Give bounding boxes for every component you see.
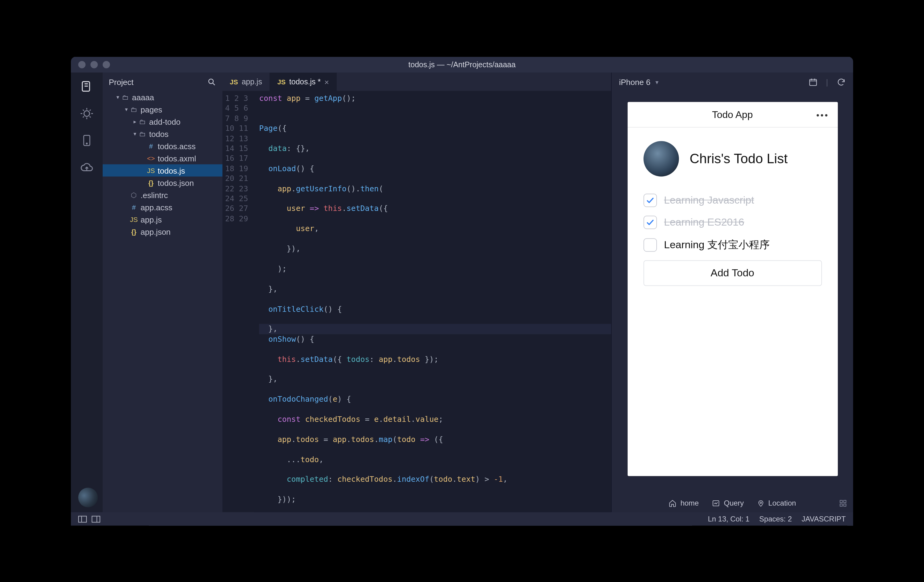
footer-location[interactable]: Location — [757, 499, 796, 507]
tree-label: app.acss — [140, 202, 172, 212]
more-icon[interactable]: ••• — [817, 109, 829, 119]
status-bar: Ln 13, Col: 1 Spaces: 2 JAVASCRIPT — [71, 512, 853, 526]
toggle-left-panel-icon[interactable] — [78, 515, 87, 522]
footer-location-label: Location — [768, 499, 796, 507]
activity-bar — [71, 73, 103, 512]
line-gutter: 1 2 3 4 5 6 7 8 9 10 11 12 13 14 15 16 1… — [223, 91, 254, 512]
simulator-header: iPhone 6 ▾ | — [612, 73, 853, 91]
todo-label: Learning ES2016 — [664, 216, 744, 228]
tab-todos-js[interactable]: JStodos.js *× — [270, 73, 337, 91]
tree-row-todos-js[interactable]: JStodos.js — [103, 164, 223, 176]
status-left — [78, 515, 100, 522]
todo-row[interactable]: Learning ES2016 — [643, 215, 822, 229]
phone-frame: Todo App ••• Chris's Todo List Learning … — [627, 102, 838, 476]
js-file-icon: JS — [277, 78, 286, 85]
simulator-footer: home Query Location — [612, 494, 853, 512]
svg-point-7 — [760, 502, 762, 503]
tree-label: app.json — [140, 227, 170, 236]
file-tree: ▾🗀aaaaa▾🗀pages▸🗀add-todo▾🗀todos#todos.ac… — [103, 91, 223, 512]
footer-query-label: Query — [724, 499, 744, 507]
reload-icon[interactable] — [837, 77, 846, 86]
sidebar: Project ▾🗀aaaaa▾🗀pages▸🗀add-todo▾🗀todos#… — [103, 73, 223, 512]
tab-label: todos.js * — [289, 77, 321, 86]
tree-label: pages — [140, 104, 162, 114]
tree-label: app.js — [140, 215, 162, 224]
simulator-panel: iPhone 6 ▾ | Todo App ••• — [611, 73, 853, 512]
todo-label: Learning Javascript — [664, 194, 754, 206]
debug-icon[interactable] — [80, 107, 94, 120]
tree-row-todos-acss[interactable]: #todos.acss — [103, 140, 223, 152]
app-body: Chris's Todo List Learning JavascriptLea… — [627, 127, 838, 476]
device-selector[interactable]: iPhone 6 ▾ — [619, 77, 658, 86]
tree-label: todos.axml — [158, 154, 196, 163]
tree-row-todos-axml[interactable]: <>todos.axml — [103, 152, 223, 164]
close-tab-icon[interactable]: × — [324, 77, 329, 86]
todo-row[interactable]: Learning 支付宝小程序 — [643, 238, 822, 251]
user-avatar-icon[interactable] — [78, 488, 98, 507]
app-window: todos.js — ~/AntProjects/aaaaa Project — [71, 56, 853, 526]
search-icon[interactable] — [207, 77, 216, 86]
cloud-upload-icon[interactable] — [80, 160, 94, 174]
svg-rect-6 — [713, 500, 719, 505]
tree-label: add-todo — [149, 117, 181, 126]
simulator-stage: Todo App ••• Chris's Todo List Learning … — [612, 91, 853, 494]
toggle-right-panel-icon[interactable] — [92, 515, 100, 522]
tree-row-app-acss[interactable]: #app.acss — [103, 201, 223, 213]
svg-point-3 — [86, 143, 87, 144]
todo-list: Learning JavascriptLearning ES2016Learni… — [643, 193, 822, 251]
footer-home-label: home — [680, 499, 699, 507]
checkbox-icon[interactable] — [643, 193, 657, 207]
footer-home[interactable]: home — [669, 499, 699, 507]
tree-label: todos.json — [158, 178, 194, 187]
svg-rect-10 — [840, 503, 842, 506]
window-title: todos.js — ~/AntProjects/aaaaa — [71, 60, 853, 69]
tab-label: app.js — [242, 77, 262, 86]
svg-rect-11 — [844, 503, 846, 506]
titlebar: todos.js — ~/AntProjects/aaaaa — [71, 56, 853, 73]
add-todo-button[interactable]: Add Todo — [643, 260, 822, 286]
add-todo-label: Add Todo — [710, 267, 754, 279]
calendar-icon[interactable] — [808, 77, 817, 86]
svg-point-1 — [84, 111, 89, 116]
device-name: iPhone 6 — [619, 77, 650, 86]
checkbox-icon[interactable] — [643, 215, 657, 229]
grid-icon[interactable] — [839, 499, 847, 507]
cursor-position[interactable]: Ln 13, Col: 1 — [708, 514, 749, 523]
svg-rect-5 — [809, 79, 817, 85]
tree-row-app-js[interactable]: JSapp.js — [103, 213, 223, 225]
tree-label: todos.acss — [158, 141, 196, 150]
editor-tabs: JSapp.jsJStodos.js *× — [223, 73, 611, 91]
tree-row-add-todo[interactable]: ▸🗀add-todo — [103, 115, 223, 127]
explorer-icon[interactable] — [80, 80, 94, 93]
editor-column: JSapp.jsJStodos.js *× 1 2 3 4 5 6 7 8 9 … — [223, 73, 611, 512]
footer-query[interactable]: Query — [712, 499, 744, 507]
tab-app-js[interactable]: JSapp.js — [223, 73, 270, 91]
tree-label: .eslintrc — [140, 190, 168, 199]
tree-row-todos-json[interactable]: {}todos.json — [103, 176, 223, 188]
user-avatar — [643, 141, 679, 176]
indent-info[interactable]: Spaces: 2 — [759, 514, 792, 523]
tree-row-todos[interactable]: ▾🗀todos — [103, 127, 223, 140]
tree-row-pages[interactable]: ▾🗀pages — [103, 103, 223, 115]
app-title: Todo App — [712, 109, 752, 120]
tree-label: todos — [149, 129, 169, 138]
language-mode[interactable]: JAVASCRIPT — [802, 514, 846, 523]
todo-row[interactable]: Learning Javascript — [643, 193, 822, 207]
sidebar-title: Project — [109, 77, 134, 86]
tree-row-aaaaa[interactable]: ▾🗀aaaaa — [103, 91, 223, 103]
chevron-down-icon: ▾ — [655, 78, 658, 85]
tree-row-app-json[interactable]: {}app.json — [103, 225, 223, 238]
checkbox-icon[interactable] — [643, 238, 657, 251]
tree-row--eslintrc[interactable]: ⬡.eslintrc — [103, 188, 223, 201]
svg-rect-9 — [844, 500, 846, 502]
editor[interactable]: 1 2 3 4 5 6 7 8 9 10 11 12 13 14 15 16 1… — [223, 91, 611, 512]
device-icon[interactable] — [80, 134, 94, 147]
code-area[interactable]: const app = getApp(); Page({ data: {}, o… — [254, 91, 611, 512]
svg-point-4 — [209, 79, 213, 83]
app-navbar: Todo App ••• — [627, 102, 838, 127]
tree-label: aaaaa — [132, 92, 154, 101]
status-right: Ln 13, Col: 1 Spaces: 2 JAVASCRIPT — [708, 514, 846, 523]
js-file-icon: JS — [230, 78, 238, 85]
list-title: Chris's Todo List — [690, 151, 788, 167]
user-row: Chris's Todo List — [643, 141, 822, 176]
